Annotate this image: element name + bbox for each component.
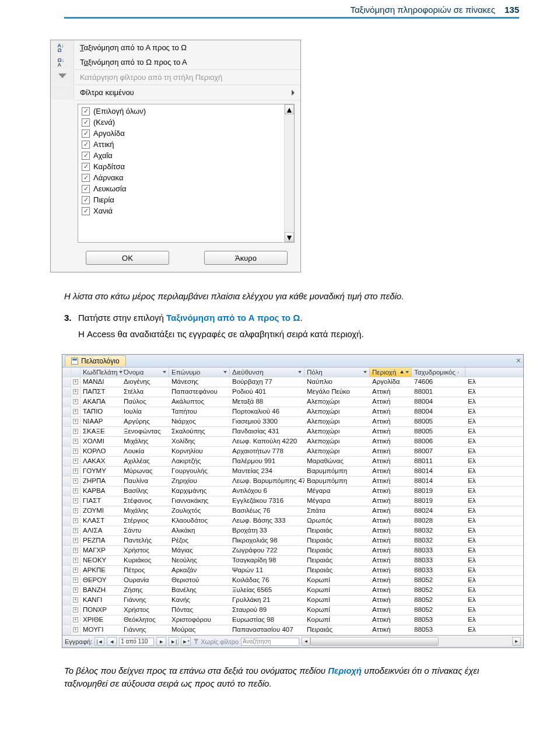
cell[interactable]: Κορωπί: [304, 606, 370, 615]
cell[interactable]: Μάγιας: [169, 546, 230, 555]
cell[interactable]: Μάνεσης: [169, 377, 230, 387]
row-selector[interactable]: [62, 457, 71, 466]
cell[interactable]: ΠΑΠΣΤ: [80, 387, 121, 397]
cell[interactable]: Παυλίνα: [121, 477, 169, 486]
sort-descending-item[interactable]: Ω↓Α Ταξινόμηση από το Ω προς το Α: [51, 55, 300, 69]
cell[interactable]: Γιαννακάκης: [169, 496, 230, 506]
cell[interactable]: ΑΛΙΣΑ: [80, 526, 121, 536]
table-row[interactable]: +ΘΕΡΟΥΟυρανίαΘεριστούΚοιλάδας 76ΚορωπίΑτ…: [62, 576, 523, 586]
cell[interactable]: Αττική: [370, 506, 412, 516]
cell[interactable]: Αττική: [370, 387, 412, 397]
cell[interactable]: Γρυλλάκη 21: [230, 596, 304, 605]
row-selector[interactable]: [62, 467, 71, 476]
cell[interactable]: 74606: [412, 377, 466, 387]
row-selector[interactable]: [62, 526, 71, 536]
cell[interactable]: ΣΚΑΞΕ: [80, 427, 121, 436]
table-row[interactable]: +ΛΑΚΑΧΑχιλλέαςΛακιρτζήςΠαλέρμου 991Μαραθ…: [62, 457, 523, 467]
cell[interactable]: Ακάλυπτος: [169, 397, 230, 407]
cell[interactable]: Λεωφ. Καπούλη 4220: [230, 437, 304, 446]
table-row[interactable]: +ΡΕΖΠΑΠαντελήςΡέζοςΠικροχολιάς 98Πειραιά…: [62, 536, 523, 546]
cell[interactable]: Αττική: [370, 526, 412, 536]
expand-button[interactable]: +: [71, 586, 80, 595]
cell[interactable]: ΝΙΑΑΡ: [80, 417, 121, 426]
expand-button[interactable]: +: [71, 546, 80, 555]
expand-button[interactable]: +: [71, 506, 80, 516]
filter-value-item[interactable]: ✓Πιερία: [79, 194, 283, 205]
table-row[interactable]: +ΖΟΥΜΙΜιχάληςΖουλιχτόςΒασιλέως 76ΣπάταΑτ…: [62, 506, 523, 516]
cell[interactable]: Νεούλης: [169, 556, 230, 565]
cell[interactable]: Ελ: [466, 546, 481, 555]
cell[interactable]: Σταυρού 89: [230, 606, 304, 615]
hscroll-thumb[interactable]: [310, 637, 439, 646]
cell[interactable]: Λεωφ. Βάσης 333: [230, 516, 304, 526]
cell[interactable]: Ευρωστίας 98: [230, 615, 304, 625]
cell[interactable]: Λουκία: [121, 447, 169, 456]
cell[interactable]: Ξυλείας 6565: [230, 586, 304, 595]
cell[interactable]: Αλικάκη: [169, 526, 230, 536]
cell[interactable]: Βανέλης: [169, 586, 230, 595]
cell[interactable]: ΠΟΝΧΡ: [80, 606, 121, 615]
cell[interactable]: Ελ: [466, 387, 481, 397]
cell[interactable]: ΝΕΟΚΥ: [80, 556, 121, 565]
cell[interactable]: Αττική: [370, 417, 412, 426]
cell[interactable]: Αλεποχώρι: [304, 407, 370, 416]
filter-value-item[interactable]: ✓Χανιά: [79, 205, 283, 216]
cell[interactable]: Αττική: [370, 556, 412, 565]
cell[interactable]: ΧΟΛΜΙ: [80, 437, 121, 446]
row-selector[interactable]: [62, 606, 71, 615]
cell[interactable]: Στέργιος: [121, 516, 169, 526]
cell[interactable]: 88005: [412, 427, 466, 436]
hscroll-right-button[interactable]: ►: [512, 637, 521, 646]
row-selector[interactable]: [62, 387, 71, 397]
cell[interactable]: 88006: [412, 437, 466, 446]
row-selector[interactable]: [62, 566, 71, 575]
cell[interactable]: Αττική: [370, 566, 412, 575]
cell[interactable]: Στέλλα: [121, 387, 169, 397]
datasheet-tab[interactable]: Πελατολόγιο: [65, 355, 126, 366]
cell[interactable]: Πειραιάς: [304, 536, 370, 545]
expand-button[interactable]: +: [71, 457, 80, 466]
cell[interactable]: Γιασεμιού 3300: [230, 417, 304, 426]
cell[interactable]: Σπάτα: [304, 506, 370, 516]
row-selector[interactable]: [62, 397, 71, 407]
row-selector[interactable]: [62, 427, 71, 436]
cell[interactable]: Ελ: [466, 427, 481, 436]
cell[interactable]: 88014: [412, 477, 466, 486]
cell[interactable]: Σάντυ: [121, 526, 169, 536]
row-selector[interactable]: [62, 487, 71, 496]
checkbox-icon[interactable]: ✓: [82, 174, 90, 182]
cell[interactable]: Σκαλούπης: [169, 427, 230, 436]
cell[interactable]: Αττική: [370, 467, 412, 476]
cell[interactable]: Ελ: [466, 437, 481, 446]
row-selector[interactable]: [62, 556, 71, 565]
cell[interactable]: 88011: [412, 457, 466, 466]
expand-button[interactable]: +: [71, 606, 80, 615]
cell[interactable]: 88019: [412, 487, 466, 496]
cell[interactable]: 88033: [412, 556, 466, 565]
cell[interactable]: ΖΟΥΜΙ: [80, 506, 121, 516]
expand-button[interactable]: +: [71, 427, 80, 436]
cell[interactable]: Αττική: [370, 576, 412, 585]
cell[interactable]: Ελ: [466, 477, 481, 486]
expand-button[interactable]: +: [71, 397, 80, 407]
cell[interactable]: Κορωπί: [304, 576, 370, 585]
column-header[interactable]: Διεύθυνση: [230, 368, 304, 377]
cell[interactable]: ΜΟΥΓΙ: [80, 625, 121, 635]
filter-value-item[interactable]: ✓Αττική: [79, 139, 283, 150]
table-row[interactable]: +ΝΕΟΚΥΚυριάκοςΝεούληςΤσαγκαρίδη 98Πειραι…: [62, 556, 523, 566]
cell[interactable]: Μαραθώνας: [304, 457, 370, 466]
filter-value-item[interactable]: ✓(Κενά): [79, 117, 283, 128]
table-row[interactable]: +ΜΑΝΔΙΔιογένηςΜάνεσηςΒούρβαχη 77ΝαύπλιοΑ…: [62, 377, 523, 387]
scroll-down-button[interactable]: ▼: [285, 232, 294, 242]
cell[interactable]: ΛΑΚΑΧ: [80, 457, 121, 466]
cell[interactable]: ΒΑΝΖΗ: [80, 586, 121, 595]
row-selector[interactable]: [62, 447, 71, 456]
cell[interactable]: Μέγαρα: [304, 496, 370, 506]
cell[interactable]: Πειραιάς: [304, 546, 370, 555]
expand-button[interactable]: +: [71, 467, 80, 476]
cell[interactable]: Αλεποχώρι: [304, 437, 370, 446]
nav-first-button[interactable]: |◄: [94, 637, 104, 646]
cell[interactable]: Αλεποχώρι: [304, 417, 370, 426]
cell[interactable]: Αττική: [370, 606, 412, 615]
cell[interactable]: Τσαγκαρίδη 98: [230, 556, 304, 565]
